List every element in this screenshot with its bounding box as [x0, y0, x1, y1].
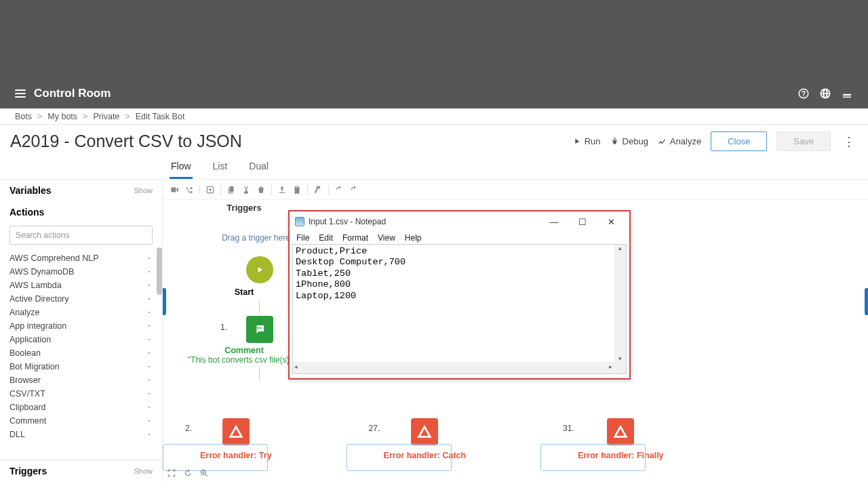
menu-format[interactable]: Format [342, 233, 368, 243]
fit-icon[interactable] [167, 468, 176, 478]
triggers-panel-head: Triggers Show [0, 460, 162, 482]
action-group-item[interactable]: CSV/TXT [0, 387, 162, 401]
action-group-item[interactable]: Clipboard [0, 401, 162, 414]
title-row: A2019 - Convert CSV to JSON Run Debug An… [0, 125, 868, 151]
action-group-item[interactable]: AWS Comprehend NLP [0, 251, 162, 265]
upload-icon[interactable] [277, 185, 287, 195]
close-button[interactable]: Close [711, 131, 767, 151]
view-tabs: Flow List Dual [0, 155, 868, 180]
notepad-titlebar[interactable]: Input 1.csv - Notepad — ☐ ✕ [290, 211, 629, 232]
resize-grip[interactable] [614, 362, 626, 373]
shuffle-icon[interactable] [184, 185, 194, 195]
notepad-title: Input 1.csv - Notepad [309, 217, 386, 226]
variables-panel-head: Variables Show [0, 180, 162, 201]
scrollbar-horizontal[interactable] [293, 362, 626, 373]
record2-icon[interactable] [205, 185, 215, 195]
menu-file[interactable]: File [296, 233, 309, 243]
step-number: 1. [220, 323, 227, 332]
canvas-toolbar [163, 180, 868, 200]
header-bar: Control Room [0, 78, 868, 108]
actions-list: AWS Comprehend NLPAWS DynamoDBAWS Lambda… [0, 247, 162, 482]
notepad-text[interactable]: Product,Price Desktop Computer,700 Table… [293, 245, 626, 303]
tab-flow[interactable]: Flow [170, 155, 193, 179]
help-icon[interactable] [797, 87, 810, 100]
redo-icon[interactable] [349, 185, 359, 195]
sidebar: Variables Show Actions Search actions AW… [0, 180, 163, 482]
breadcrumb-link[interactable]: Private [93, 112, 119, 121]
copy-icon[interactable] [226, 185, 236, 195]
scrollbar-thumb[interactable] [157, 247, 162, 295]
notepad-menu: File Edit Format View Help [290, 232, 629, 245]
triggers-label: Triggers [9, 466, 47, 476]
page-title: A2019 - Convert CSV to JSON [10, 131, 242, 151]
comment-description: "This bot converts csv file(s) t... [183, 355, 305, 365]
scrollbar-vertical[interactable] [614, 245, 626, 362]
action-group-item[interactable]: Browser [0, 373, 162, 387]
menu-view[interactable]: View [378, 233, 395, 243]
breadcrumb-current: Edit Task Bot [136, 112, 185, 121]
error-handler-node[interactable]: 27.Error handler: Catch [384, 418, 467, 460]
maximize-button[interactable]: ☐ [568, 214, 597, 229]
paste-icon[interactable] [292, 185, 302, 195]
comment-label: Comment [214, 346, 275, 355]
undo-icon[interactable] [334, 185, 344, 195]
action-group-item[interactable]: Comment [0, 414, 162, 428]
tab-list[interactable]: List [212, 155, 229, 179]
menu-edit[interactable]: Edit [319, 233, 333, 243]
run-button[interactable]: Run [572, 136, 601, 146]
search-input[interactable]: Search actions [9, 226, 153, 245]
action-group-item[interactable]: Application [0, 333, 162, 346]
triggers-show[interactable]: Show [134, 467, 153, 475]
delete-icon[interactable] [256, 185, 266, 195]
notepad-icon [295, 217, 304, 226]
top-banner: Control Room [0, 0, 868, 108]
zoom-in-icon[interactable] [199, 468, 209, 478]
start-label: Start [214, 287, 275, 297]
panel-handle-right[interactable] [865, 288, 868, 315]
actions-label: Actions [9, 207, 44, 218]
save-button: Save [776, 131, 831, 151]
start-node[interactable] [246, 256, 273, 283]
tab-dual[interactable]: Dual [248, 155, 270, 179]
globe-icon[interactable] [819, 87, 831, 100]
svg-point-1 [209, 188, 212, 191]
minimize-button[interactable]: — [540, 214, 568, 229]
debug-button[interactable]: Debug [610, 136, 648, 146]
hamburger-icon[interactable] [15, 89, 26, 98]
notepad-body: Product,Price Desktop Computer,700 Table… [292, 244, 627, 374]
action-group-item[interactable]: Boolean [0, 346, 162, 360]
menu-help[interactable]: Help [405, 233, 422, 243]
disable-icon[interactable] [313, 185, 323, 195]
app-title: Control Room [34, 87, 111, 100]
record-icon[interactable] [170, 185, 179, 195]
more-icon[interactable]: ⋮ [840, 134, 858, 149]
action-group-item[interactable]: AWS DynamoDB [0, 265, 162, 279]
user-icon[interactable] [841, 87, 853, 100]
breadcrumb-link[interactable]: Bots [15, 112, 32, 121]
analyze-button[interactable]: Analyze [658, 136, 701, 146]
notepad-window[interactable]: Input 1.csv - Notepad — ☐ ✕ File Edit Fo… [288, 210, 631, 380]
zoom-reset-icon[interactable] [183, 468, 193, 478]
actions-panel-head: Actions [0, 201, 162, 223]
panel-handle-left[interactable] [163, 288, 166, 315]
variables-label: Variables [9, 185, 52, 196]
breadcrumb: Bots> My bots> Private> Edit Task Bot [0, 108, 868, 125]
error-handler-node[interactable]: 31.Error handler: Finally [578, 418, 663, 460]
breadcrumb-link[interactable]: My bots [47, 112, 77, 121]
action-group-item[interactable]: AWS Lambda [0, 279, 162, 292]
action-group-item[interactable]: App integration [0, 319, 162, 333]
triggers-heading: Triggers [214, 203, 275, 213]
variables-show[interactable]: Show [134, 186, 153, 195]
comment-node[interactable] [246, 316, 273, 343]
cut-icon[interactable] [241, 185, 251, 195]
action-group-item[interactable]: Active Directory [0, 292, 162, 306]
action-group-item[interactable]: Analyze [0, 306, 162, 319]
error-handler-node[interactable]: 2.Error handler: Try [200, 418, 272, 460]
action-group-item[interactable]: DLL [0, 428, 162, 441]
action-group-item[interactable]: Bot Migration [0, 360, 162, 373]
close-window-button[interactable]: ✕ [597, 214, 625, 229]
